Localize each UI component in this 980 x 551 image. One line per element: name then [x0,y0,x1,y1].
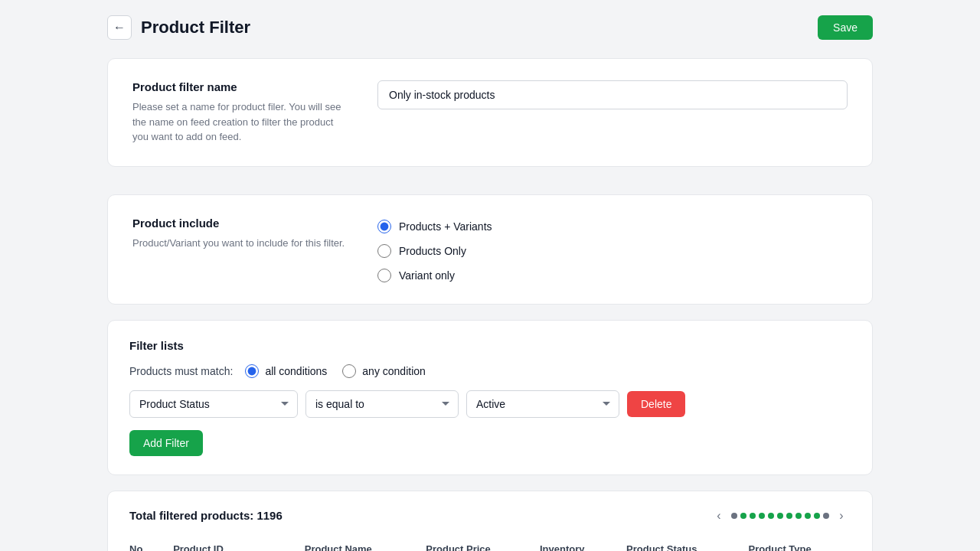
radio-label-variant-only: Variant only [399,269,455,282]
header-left: ← Product Filter [107,15,250,40]
filter-name-section: Product filter name Please set a name fo… [107,58,873,167]
col-product-type: Product Type [740,537,851,552]
filter-operator-select[interactable]: is equal to is not equal to contains doe… [305,390,459,418]
results-title: Total filtered products: 1196 [129,509,283,522]
match-row: Products must match: all conditions any … [129,364,851,378]
save-button[interactable]: Save [818,15,873,40]
radio-item-products-only[interactable]: Products Only [377,244,848,258]
product-include-radio-group: Products + Variants Products Only Varian… [377,217,848,282]
pagination-dot-4 [759,513,765,519]
col-product-id: Product ID [164,537,296,552]
add-filter-button[interactable]: Add Filter [129,430,203,456]
match-label: Products must match: [129,365,233,377]
col-inventory: Inventory [531,537,617,552]
pagination-dot-8 [795,513,802,519]
page-header: ← Product Filter Save [107,15,873,40]
back-icon: ← [113,21,126,34]
match-any-radio[interactable] [342,364,356,378]
filter-value-select[interactable]: Active Draft Archived [466,390,619,418]
product-include-section: Product include Product/Variant you want… [107,194,873,305]
radio-item-products-variants[interactable]: Products + Variants [377,220,848,233]
filter-name-label-col: Product filter name Please set a name fo… [132,80,347,145]
match-all-radio[interactable] [245,364,259,378]
results-section: Total filtered products: 1196 ‹ › [107,491,873,552]
product-include-description: Product/Variant you want to include for … [132,236,347,251]
product-include-heading: Product include [132,217,347,230]
match-all-label: all conditions [265,365,327,377]
radio-label-products-variants: Products + Variants [399,220,492,233]
filter-name-content [377,80,848,145]
radio-label-products-only: Products Only [399,245,466,257]
filter-condition-row: Product Status Product Title Product Pri… [129,390,851,418]
filter-field-select[interactable]: Product Status Product Title Product Pri… [129,390,298,418]
back-button[interactable]: ← [107,15,132,40]
col-no: No. [129,537,164,552]
results-table: No. Product ID Product Name Product Pric… [129,537,851,552]
match-any-label: any condition [362,365,426,377]
pagination-next[interactable]: › [832,507,851,525]
radio-products-only[interactable] [377,244,391,258]
filter-lists-title: Filter lists [129,339,851,352]
product-include-content: Products + Variants Products Only Varian… [377,217,848,282]
product-include-label-col: Product include Product/Variant you want… [132,217,347,282]
pagination-dot-9 [805,513,811,519]
pagination-dots [731,513,829,519]
match-all-option[interactable]: all conditions [245,364,327,378]
pagination-dot-3 [750,513,756,519]
table-head: No. Product ID Product Name Product Pric… [129,537,851,552]
pagination-dot-6 [777,513,783,519]
radio-variant-only[interactable] [377,269,391,282]
col-product-status: Product Status [617,537,740,552]
filter-lists-section: Filter lists Products must match: all co… [107,320,873,475]
filter-name-heading: Product filter name [132,80,347,93]
filter-name-description: Please set a name for product filer. You… [132,99,347,145]
delete-filter-button[interactable]: Delete [627,391,685,417]
pagination-dot-2 [740,513,746,519]
pagination-dot-5 [768,513,774,519]
col-product-name: Product Name [296,537,417,552]
page-title: Product Filter [141,18,250,37]
table-header-row: No. Product ID Product Name Product Pric… [129,537,851,552]
match-options: all conditions any condition [245,364,425,378]
match-any-option[interactable]: any condition [342,364,426,378]
radio-item-variant-only[interactable]: Variant only [377,269,848,282]
radio-products-variants[interactable] [377,220,391,233]
pagination-prev[interactable]: ‹ [710,507,728,525]
pagination-dot-11 [823,513,829,519]
pagination-dot-7 [786,513,792,519]
pagination-dot-10 [814,513,820,519]
results-header: Total filtered products: 1196 ‹ › [129,507,851,525]
pagination-dot-1 [731,513,737,519]
pagination: ‹ › [710,507,851,525]
col-product-price: Product Price [416,537,531,552]
filter-name-input[interactable] [377,80,848,109]
